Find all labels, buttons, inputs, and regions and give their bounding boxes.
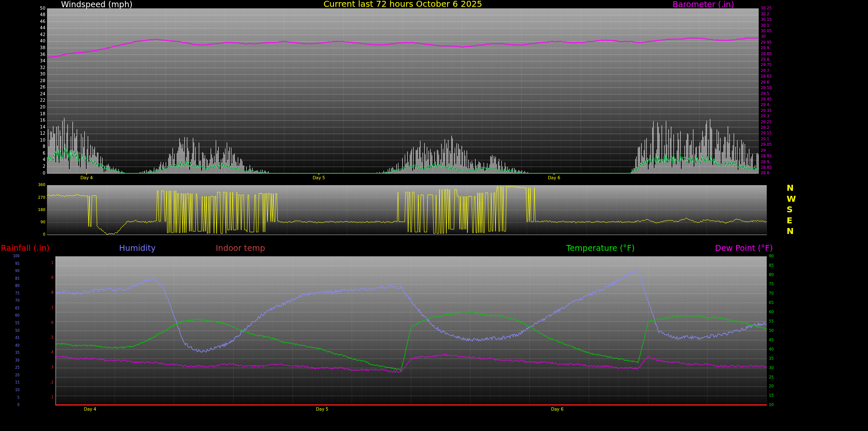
- indoor-temp-axis-label: Indoor temp: [216, 243, 265, 253]
- windspeed-barometer-chart: [0, 0, 868, 182]
- page-title: Current last 72 hours October 6 2025: [47, 0, 759, 8]
- dew-point-axis-label: Dew Point (°F): [715, 243, 773, 253]
- compass-letter-e: E: [787, 215, 804, 225]
- rainfall-axis-label: Rainfall (.in): [1, 243, 50, 253]
- humidity-axis-label: Humidity: [119, 243, 156, 253]
- compass-direction-axis: N W S E N: [787, 183, 804, 236]
- compass-letter-w: W: [787, 194, 804, 204]
- compass-letter-n-top: N: [787, 183, 804, 193]
- weather-graphs-page: Windspeed (mph) Current last 72 hours Oc…: [0, 0, 868, 431]
- wind-direction-chart: [0, 182, 868, 237]
- barometer-axis-title: Barometer (.in): [673, 0, 734, 8]
- humidity-temperature-chart: [0, 237, 868, 431]
- compass-letter-n-bottom: N: [787, 226, 804, 236]
- temperature-axis-label: Temperature (°F): [566, 243, 635, 253]
- compass-letter-s: S: [787, 204, 804, 214]
